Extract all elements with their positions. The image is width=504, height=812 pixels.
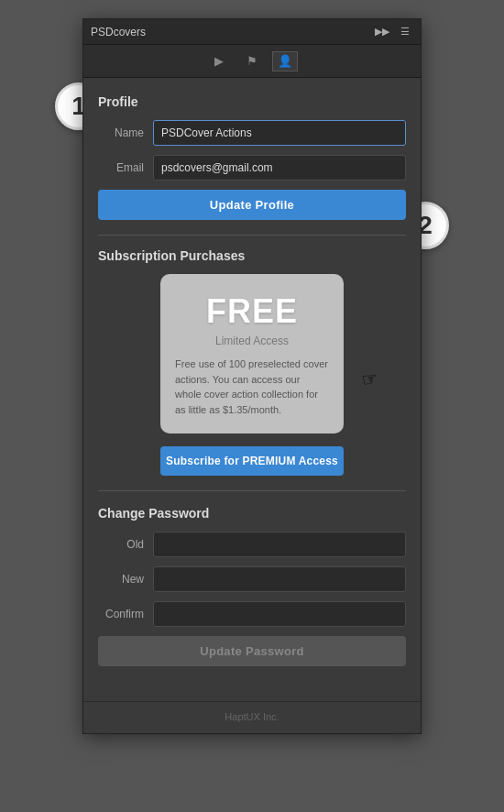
password-section: Change Password Old New Confirm Update P… (98, 506, 406, 681)
confirm-password-input[interactable] (153, 601, 406, 627)
profile-heading: Profile (98, 94, 406, 109)
app-title: PSDcovers (91, 26, 146, 38)
old-label: Old (98, 538, 144, 551)
confirm-label: Confirm (98, 608, 144, 620)
free-subtitle: Limited Access (175, 335, 329, 347)
name-input[interactable] (153, 120, 406, 146)
titlebar: PSDcovers ▶▶ ☰ (83, 19, 421, 45)
footer: HaptUX Inc. (83, 701, 421, 733)
confirm-password-row: Confirm (98, 601, 406, 627)
tabbar: ▶ ⚑ 👤 (83, 45, 421, 78)
email-label: Email (98, 161, 144, 174)
main-content: Profile Name Email Update Profile ☞ Subs… (83, 78, 421, 694)
name-row: Name (98, 120, 406, 146)
update-password-button[interactable]: Update Password (98, 636, 406, 666)
new-label: New (98, 573, 144, 586)
subscription-section: Subscription Purchases FREE Limited Acce… (98, 248, 406, 476)
titlebar-menu-btn[interactable]: ☰ (397, 24, 413, 39)
free-description: Free use of 100 preselected cover action… (175, 357, 329, 417)
email-input[interactable] (153, 155, 406, 181)
section-divider-2 (98, 490, 406, 491)
old-password-input[interactable] (153, 532, 406, 557)
titlebar-expand-btn[interactable]: ▶▶ (371, 24, 393, 39)
titlebar-controls: ▶▶ ☰ (371, 24, 413, 39)
tab-bookmark[interactable]: ⚑ (239, 51, 265, 71)
subscribe-button[interactable]: Subscribe for PREMIUM Access (160, 446, 344, 476)
email-row: Email (98, 155, 406, 181)
password-heading: Change Password (98, 506, 406, 521)
profile-section: Profile Name Email Update Profile ☞ (98, 94, 406, 235)
free-card: FREE Limited Access Free use of 100 pres… (160, 274, 344, 433)
section-divider-1 (98, 235, 406, 236)
new-password-input[interactable] (153, 566, 406, 592)
app-window: PSDcovers ▶▶ ☰ ▶ ⚑ 👤 Profile Name Em (82, 18, 422, 734)
name-label: Name (98, 126, 144, 139)
free-title: FREE (175, 292, 329, 331)
old-password-row: Old (98, 532, 406, 557)
subscription-heading: Subscription Purchases (98, 248, 406, 263)
new-password-row: New (98, 566, 406, 592)
update-profile-button[interactable]: Update Profile (98, 190, 406, 220)
tab-profile[interactable]: 👤 (272, 51, 298, 71)
tab-play[interactable]: ▶ (206, 51, 232, 71)
